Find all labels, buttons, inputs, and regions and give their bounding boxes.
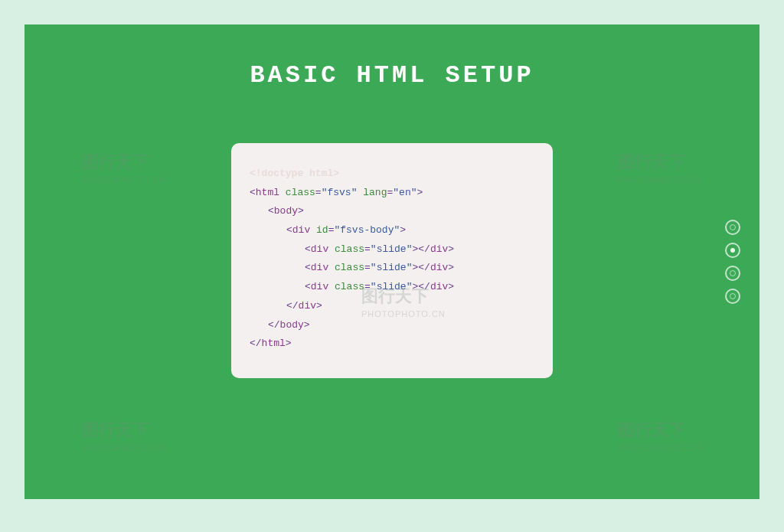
watermark: 图行天下 PHOTOPHOTO.CN xyxy=(82,419,166,452)
watermark: 图行天下 PHOTOPHOTO.CN xyxy=(82,151,166,184)
code-line-slide-1: <div class="slide"></div> xyxy=(250,240,534,259)
code-line-body-close: </body> xyxy=(250,316,534,335)
slide-container: BASIC HTML SETUP <!doctype html> <html c… xyxy=(24,24,760,499)
page-title: BASIC HTML SETUP xyxy=(250,61,534,90)
code-line-body-open: <body> xyxy=(250,202,534,221)
code-line-slide-2: <div class="slide"></div> xyxy=(250,259,534,278)
code-line-html-open: <html class="fsvs" lang="en"> xyxy=(250,184,534,203)
code-snippet-box: <!doctype html> <html class="fsvs" lang=… xyxy=(231,143,553,378)
nav-dot-1[interactable] xyxy=(725,220,740,235)
code-line-html-close: </html> xyxy=(250,335,534,354)
code-line-slide-3: <div class="slide"></div> xyxy=(250,278,534,297)
code-line-div-open: <div id="fsvs-body"> xyxy=(250,221,534,240)
watermark: 图行天下 PHOTOPHOTO.CN xyxy=(618,419,702,452)
code-line-doctype: <!doctype html> xyxy=(250,165,534,184)
nav-dot-3[interactable] xyxy=(725,266,740,281)
watermark: 图行天下 PHOTOPHOTO.CN xyxy=(618,151,702,184)
nav-dot-2[interactable] xyxy=(725,243,740,258)
code-line-div-close: </div> xyxy=(250,297,534,316)
slide-navigation xyxy=(725,220,740,304)
nav-dot-4[interactable] xyxy=(725,289,740,304)
